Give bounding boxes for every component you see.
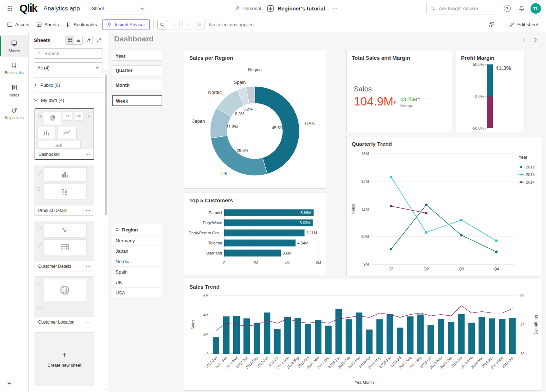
sheet-menu-button[interactable]: ⋯ — [85, 152, 90, 157]
sheet-menu-button[interactable]: ⋯ — [86, 319, 91, 325]
space-selector[interactable]: Personal — [235, 6, 261, 11]
help-button[interactable]: ? — [502, 3, 513, 14]
search-icon — [37, 51, 41, 56]
kpi-primary-value: 104.9M▾ — [354, 95, 396, 107]
app-launcher-waffle-icon[interactable] — [5, 4, 14, 13]
rail-item-label: Key drivers — [5, 116, 24, 120]
chart-sales-trend[interactable]: Sales Trend 02M4M6M3040502012-Jan2012-Fe… — [184, 279, 542, 391]
previous-sheet-button[interactable] — [522, 37, 526, 44]
bookmarks-label: Bookmarks — [74, 22, 97, 27]
sheet-card[interactable]: #1Dashboard⋯ — [35, 108, 94, 160]
plus-icon: + — [62, 351, 67, 359]
region-item-germany[interactable]: Germany — [112, 235, 162, 246]
sheets-panel-scrollbar[interactable]: ▲ ▼ — [104, 70, 108, 391]
svg-text:Region: Region — [248, 67, 262, 72]
sheet-card[interactable]: Product Details⋯ — [35, 165, 94, 216]
sheets-button[interactable]: Sheets — [33, 20, 62, 30]
edit-sheet-button[interactable]: Edit sheet — [505, 20, 542, 30]
notifications-button[interactable] — [516, 3, 527, 14]
region-item-spain[interactable]: Spain — [112, 267, 162, 277]
svg-text:9.9%: 9.9% — [235, 112, 244, 116]
chart-profit-margin[interactable]: Profit Margin 50.0%0.0%-50.0%41.3% — [456, 50, 524, 132]
app-title: Beginner's tutorial — [277, 5, 325, 12]
clear-selections-button[interactable] — [195, 20, 205, 30]
filter-month[interactable]: Month — [112, 80, 162, 90]
svg-text:UK: UK — [221, 171, 228, 176]
chart-title: Total Sales and Margin — [352, 55, 410, 61]
svg-text:11.3%: 11.3% — [226, 125, 238, 129]
app-title-chip[interactable]: Beginner's tutorial — [267, 5, 325, 12]
sheet-card[interactable]: Customer Details⋯ — [35, 221, 94, 271]
rail-item-sheets[interactable]: Sheets — [0, 35, 28, 57]
chart-quarterly-trend[interactable]: Quarterly Trend 9M10M11M12M13MQ1Q2Q3Q4Sa… — [346, 136, 542, 276]
grid-view-button[interactable] — [66, 36, 74, 44]
create-new-sheet-button[interactable]: + Create new sheet — [35, 332, 94, 386]
thumb-tile-filter — [37, 167, 42, 178]
svg-text:2013: 2013 — [526, 172, 534, 177]
sheet-card[interactable]: Customer Location⋯ — [35, 276, 94, 327]
collapse-rail-button[interactable] — [6, 380, 12, 388]
rail-item-keydrivers[interactable]: Key drivers — [0, 102, 28, 124]
sheet-thumbnail — [35, 165, 94, 206]
filter-quarter[interactable]: Quarter — [112, 65, 162, 75]
filter-week[interactable]: Week — [112, 95, 162, 106]
region-item-usa[interactable]: USA — [112, 288, 162, 298]
filterpane-icon — [37, 187, 42, 191]
sheet-search-box[interactable] — [34, 48, 103, 59]
chart-total-sales-and-margin[interactable]: Total Sales and Margin Sales 104.9M▾ 43.… — [346, 50, 452, 132]
insight-advisor-input[interactable] — [438, 5, 494, 12]
expand-panel-button[interactable] — [95, 36, 103, 44]
rail-item-bookmarks[interactable]: Bookmarks — [0, 57, 28, 80]
thumb-tile-bar — [37, 127, 55, 139]
scrollbar-thumb[interactable] — [105, 75, 107, 215]
bookmarks-button[interactable]: Bookmarks — [63, 20, 101, 30]
sheet-menu-button[interactable]: ⋯ — [86, 263, 91, 269]
kpi-primary-label: Sales — [354, 85, 447, 93]
sheet-search-input[interactable] — [44, 50, 100, 57]
smart-search-selections-button[interactable] — [157, 20, 167, 30]
combo-chart[interactable]: 02M4M6M3040502012-Jan2012-Feb2012-Mar201… — [184, 279, 542, 390]
chart-top-5-customers[interactable]: Top 5 Customers 02M4M6MParacel5.69MPageW… — [184, 193, 326, 275]
key-drivers-icon — [11, 107, 18, 113]
globe-icon — [59, 284, 71, 296]
scroll-down-icon[interactable]: ▼ — [104, 388, 108, 391]
sheet-menu-button[interactable]: ⋯ — [86, 208, 91, 213]
step-back-selection-button[interactable] — [170, 20, 180, 30]
list-view-button[interactable] — [74, 36, 82, 44]
scroll-up-icon[interactable]: ▲ — [104, 70, 108, 73]
svg-text:6M: 6M — [203, 294, 208, 298]
filter-year[interactable]: Year — [112, 51, 162, 61]
sheet-layout-button[interactable] — [486, 19, 497, 30]
bar-chart[interactable]: 02M4M6MParacel5.69MPageWave5.63MDeak-Per… — [184, 193, 326, 275]
assets-label: Assets — [15, 22, 29, 27]
region-listbox-header[interactable]: Region — [112, 224, 162, 235]
region-item-nordic[interactable]: Nordic — [112, 256, 162, 267]
rail-item-notes[interactable]: Notes — [0, 80, 28, 102]
step-forward-selection-button[interactable] — [182, 20, 192, 30]
assets-button[interactable]: Assets — [4, 20, 33, 30]
donut-chart[interactable]: Region45.5%USA26.9%UK11.3%Japan9.9%Nordi… — [184, 50, 326, 188]
my-own-sheets-group[interactable]: My own (4) — [34, 93, 103, 108]
region-item-japan[interactable]: Japan — [112, 246, 162, 256]
chart-sales-per-region[interactable]: Sales per Region Region45.5%USA26.9%UK11… — [184, 50, 326, 189]
public-sheets-group[interactable]: Public (0) — [34, 77, 103, 93]
pencil-icon — [509, 22, 514, 27]
rail-item-label: Notes — [9, 93, 19, 97]
next-sheet-button[interactable] — [534, 37, 537, 44]
kpi-secondary-label: Margin — [400, 103, 420, 108]
gauge-icon — [76, 113, 82, 119]
sheet-filter-dropdown[interactable]: All (4) — [34, 62, 103, 73]
sheet-selector-dropdown[interactable]: Sheet — [88, 3, 148, 14]
chart-title: Sales Trend — [189, 284, 220, 290]
pin-panel-button[interactable] — [85, 36, 93, 44]
insight-advisor-button[interactable]: Insight Advisor — [102, 19, 150, 30]
line-chart[interactable]: 9M10M11M12M13MQ1Q2Q3Q4SalesYear201220132… — [347, 136, 542, 276]
svg-text:11M: 11M — [361, 207, 369, 211]
ask-insight-advisor-box[interactable] — [426, 3, 498, 14]
region-item-uk[interactable]: UK — [112, 277, 162, 288]
user-avatar[interactable]: TL — [531, 3, 541, 14]
app-more-menu[interactable]: ⋯ — [331, 5, 339, 12]
thumb-tile-barw — [44, 167, 87, 182]
linechart-icon — [63, 129, 71, 137]
trend-dot-icon — [418, 98, 420, 99]
